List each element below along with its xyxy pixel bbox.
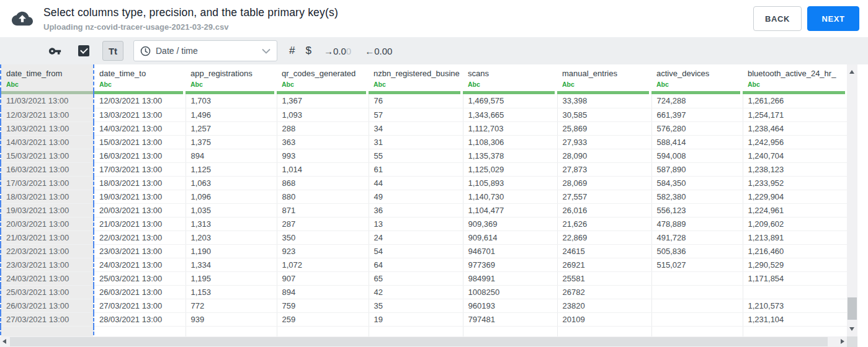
cell[interactable]: 491,728 <box>651 231 743 244</box>
cell[interactable]: 1,469,575 <box>463 94 557 108</box>
cell[interactable]: 1,238,464 <box>743 121 847 135</box>
cell[interactable]: 1,190 <box>186 244 277 258</box>
cell[interactable]: 1,367 <box>277 94 369 108</box>
cell[interactable]: 350 <box>277 231 369 244</box>
cell[interactable]: 923 <box>277 244 369 258</box>
cell[interactable]: 18/03/2021 13:00 <box>1 190 94 203</box>
cell[interactable]: 259 <box>277 312 369 326</box>
cell[interactable] <box>651 285 743 299</box>
cell[interactable]: 33,398 <box>557 94 651 108</box>
cell[interactable]: 505,836 <box>651 244 743 258</box>
cell[interactable]: 871 <box>277 203 369 217</box>
cell[interactable]: 12/03/2021 13:00 <box>94 94 186 108</box>
cell[interactable]: 13 <box>369 217 463 231</box>
column-header-nzbn_registered_busine[interactable]: nzbn_registered_busineAbc <box>369 64 463 91</box>
cell[interactable]: 1,153 <box>186 285 277 299</box>
cell[interactable]: 556,123 <box>651 203 743 217</box>
cell[interactable]: 26,016 <box>557 203 651 217</box>
cell[interactable]: 26921 <box>557 258 651 271</box>
cell[interactable]: 1,334 <box>186 258 277 271</box>
cell[interactable]: 36 <box>369 203 463 217</box>
cell[interactable]: 1,343,665 <box>463 108 557 121</box>
cell[interactable]: 880 <box>277 190 369 203</box>
cell[interactable]: 61 <box>369 162 463 176</box>
cell[interactable]: 21/03/2021 13:00 <box>1 231 94 244</box>
cell[interactable]: 25581 <box>557 271 651 285</box>
cell[interactable]: 1,231,104 <box>743 312 847 326</box>
cell[interactable]: 19 <box>369 312 463 326</box>
scroll-left-arrow-icon[interactable] <box>2 339 6 344</box>
cell[interactable]: 977369 <box>463 258 557 271</box>
scroll-right-arrow-icon[interactable] <box>841 339 844 344</box>
cell[interactable]: 1008250 <box>463 285 557 299</box>
cell[interactable]: 23/03/2021 13:00 <box>94 244 186 258</box>
cell[interactable]: 946701 <box>463 244 557 258</box>
cell[interactable]: 588,414 <box>651 135 743 149</box>
cell[interactable]: 24/03/2021 13:00 <box>1 271 94 285</box>
primary-key-button[interactable] <box>48 45 61 58</box>
cell[interactable]: 1,313 <box>186 217 277 231</box>
cell[interactable]: 24 <box>369 231 463 244</box>
cell[interactable]: 587,890 <box>651 162 743 176</box>
cell[interactable]: 15/03/2021 13:00 <box>94 135 186 149</box>
cell[interactable]: 30,585 <box>557 108 651 121</box>
cell[interactable]: 27,873 <box>557 162 651 176</box>
cell[interactable]: 1,203 <box>186 231 277 244</box>
horizontal-scrollbar[interactable] <box>0 336 847 347</box>
cell[interactable]: 582,380 <box>651 190 743 203</box>
cell[interactable]: 1,072 <box>277 258 369 271</box>
decimals-left-button[interactable]: ←0.00 <box>365 46 392 56</box>
cell[interactable]: 12/03/2021 13:00 <box>1 108 94 121</box>
cell[interactable]: 24/03/2021 13:00 <box>94 258 186 271</box>
cell[interactable]: 993 <box>277 149 369 162</box>
cell[interactable]: 34 <box>369 121 463 135</box>
cell[interactable]: 49 <box>369 190 463 203</box>
back-button[interactable]: BACK <box>753 6 802 31</box>
cell[interactable]: 20/03/2021 13:00 <box>94 203 186 217</box>
cell[interactable]: 16/03/2021 13:00 <box>1 162 94 176</box>
cell[interactable]: 909,614 <box>463 231 557 244</box>
cell[interactable]: 13/03/2021 13:00 <box>94 108 186 121</box>
column-header-bluetooth_active_24_hr_[interactable]: bluetooth_active_24_hr_Abc <box>743 64 847 91</box>
column-header-scans[interactable]: scansAbc <box>463 64 557 91</box>
column-header-manual_entries[interactable]: manual_entriesAbc <box>557 64 651 91</box>
cell[interactable]: 17/03/2021 13:00 <box>94 162 186 176</box>
cell[interactable]: 1,238,123 <box>743 162 847 176</box>
cell[interactable]: 21/03/2021 13:00 <box>94 217 186 231</box>
cell[interactable]: 54 <box>369 244 463 258</box>
cell[interactable]: 27,933 <box>557 135 651 149</box>
cell[interactable]: 21,626 <box>557 217 651 231</box>
cell[interactable] <box>743 285 847 299</box>
cell[interactable]: 28,090 <box>557 149 651 162</box>
number-type-button[interactable]: # <box>289 45 295 57</box>
cell[interactable] <box>651 312 743 326</box>
cell[interactable]: 576,280 <box>651 121 743 135</box>
cell[interactable] <box>651 299 743 312</box>
cell[interactable]: 64 <box>369 258 463 271</box>
cell[interactable]: 26782 <box>557 285 651 299</box>
cell[interactable]: 55 <box>369 149 463 162</box>
cell[interactable]: 939 <box>186 312 277 326</box>
cell[interactable]: 16/03/2021 13:00 <box>94 149 186 162</box>
cell[interactable]: 772 <box>186 299 277 312</box>
cell[interactable]: 31 <box>369 135 463 149</box>
cell[interactable]: 1,140,730 <box>463 190 557 203</box>
cell[interactable]: 724,288 <box>651 94 743 108</box>
cell[interactable]: 1,210,573 <box>743 299 847 312</box>
cell[interactable]: 1,105,893 <box>463 176 557 190</box>
cell[interactable]: 20/03/2021 13:00 <box>1 217 94 231</box>
cell[interactable]: 1,125 <box>186 162 277 176</box>
cell[interactable]: 26/03/2021 13:00 <box>94 285 186 299</box>
cell[interactable]: 15/03/2021 13:00 <box>1 149 94 162</box>
column-header-date_time_from[interactable]: date_time_fromAbc <box>1 64 94 91</box>
cell[interactable]: 57 <box>369 108 463 121</box>
column-header-app_registrations[interactable]: app_registrationsAbc <box>186 64 277 91</box>
cell[interactable]: 1,035 <box>186 203 277 217</box>
column-type-dropdown[interactable]: Date / time <box>133 40 277 61</box>
cell[interactable]: 1,496 <box>186 108 277 121</box>
cell[interactable]: 1,014 <box>277 162 369 176</box>
cell[interactable]: 11/03/2021 13:00 <box>1 94 94 108</box>
cell[interactable]: 1,233,952 <box>743 176 847 190</box>
cell[interactable]: 1,216,460 <box>743 244 847 258</box>
cell[interactable]: 1,240,704 <box>743 149 847 162</box>
